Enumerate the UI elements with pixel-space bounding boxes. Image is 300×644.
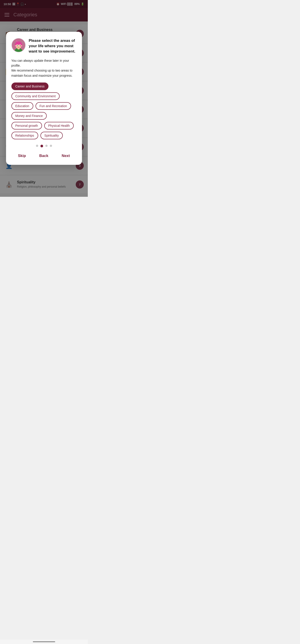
modal-intro-text: Please select the areas of your life whe… (29, 38, 77, 54)
svg-point-4 (15, 41, 21, 45)
svg-point-15 (21, 45, 22, 46)
back-button[interactable]: Back (37, 152, 51, 160)
selection-modal: Please select the areas of your life whe… (6, 32, 82, 165)
modal-footer: Skip Back Next (11, 152, 77, 160)
svg-point-10 (19, 46, 20, 46)
modal-overlay: Please select the areas of your life whe… (0, 0, 88, 197)
tag-career-and-business[interactable]: Career and Business (11, 82, 49, 90)
tag-relationships[interactable]: Relationships (11, 132, 38, 139)
svg-point-13 (18, 46, 19, 47)
pagination-dots (11, 145, 77, 147)
tag-education[interactable]: Education (11, 102, 33, 110)
tag-community-and-environment[interactable]: Community and Environment (11, 92, 60, 100)
next-button[interactable]: Next (59, 152, 73, 160)
svg-point-9 (17, 46, 18, 46)
dot-1 (36, 145, 38, 147)
skip-button[interactable]: Skip (15, 152, 28, 160)
dot-3 (45, 145, 47, 147)
tag-physical-health[interactable]: Physical Health (44, 122, 74, 130)
tag-money-and-finance[interactable]: Money and Finance (11, 112, 47, 120)
tags-container: Career and BusinessCommunity and Environ… (11, 82, 77, 139)
svg-point-14 (15, 45, 16, 46)
modal-body-text: You can always update these later in you… (11, 58, 77, 78)
dot-2 (40, 145, 43, 147)
modal-header: Please select the areas of your life whe… (11, 38, 77, 54)
tag-spirituality[interactable]: Spirituality (40, 132, 63, 139)
tag-fun-and-recreation[interactable]: Fun and Recreation (35, 102, 71, 110)
avatar (11, 38, 26, 52)
dot-4 (50, 145, 52, 147)
tag-personal-growth[interactable]: Personal growth (11, 122, 42, 130)
